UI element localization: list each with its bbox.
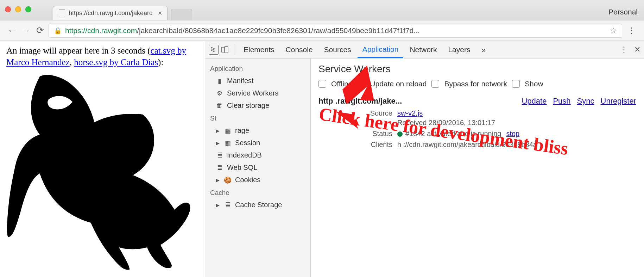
sidebar-group-storage: St bbox=[205, 112, 310, 124]
tab-title: https://cdn.rawgit.com/jakearc bbox=[69, 10, 152, 17]
svg-marker-3 bbox=[335, 111, 358, 129]
devtools-tab-layers[interactable]: Layers bbox=[443, 42, 475, 57]
database-icon: ≣ bbox=[216, 164, 223, 172]
address-bar[interactable]: 🔒 https://cdn.rawgit.com/jakearchibald/8… bbox=[49, 24, 622, 38]
window-titlebar: https://cdn.rawgit.com/jakearc × Persona… bbox=[0, 0, 644, 20]
sidebar-item-cache-storage[interactable]: ▶≣Cache Storage bbox=[205, 199, 310, 211]
browser-tab-active[interactable]: https://cdn.rawgit.com/jakearc × bbox=[53, 6, 168, 20]
browser-toolbar: ← → ⟳ 🔒 https://cdn.rawgit.com/jakearchi… bbox=[0, 20, 644, 41]
expand-icon: ▶ bbox=[216, 177, 220, 183]
sidebar-item-indexeddb[interactable]: ≣IndexedDB bbox=[205, 149, 310, 161]
content-area: An image will appear here in 3 seconds (… bbox=[0, 41, 644, 277]
devtools-body: Application ▮Manifest ⚙Service Workers 🗑… bbox=[205, 59, 644, 277]
service-workers-panel: Service Workers Offline ✓ Update on relo… bbox=[311, 59, 644, 277]
checkbox-bypass-for-network[interactable] bbox=[431, 80, 439, 88]
grid-icon: ▦ bbox=[224, 127, 232, 135]
back-button[interactable]: ← bbox=[6, 25, 18, 36]
forward-button: → bbox=[20, 25, 32, 36]
panel-title: Service Workers bbox=[318, 63, 636, 75]
devtools-tab-overflow[interactable]: » bbox=[476, 42, 491, 57]
text-clients: h ://cdn.rawgit.com/jakearchibald/80368b… bbox=[397, 141, 537, 149]
label-clients: Clients bbox=[364, 141, 392, 149]
url-display: https://cdn.rawgit.com/jakearchibald/803… bbox=[65, 26, 420, 35]
application-sidebar: Application ▮Manifest ⚙Service Workers 🗑… bbox=[205, 59, 311, 277]
devtools-tab-application[interactable]: Application bbox=[358, 42, 404, 58]
sidebar-item-clear-storage[interactable]: 🗑Clear storage bbox=[205, 99, 310, 112]
file-icon: ▮ bbox=[216, 77, 223, 85]
sidebar-item-service-workers[interactable]: ⚙Service Workers bbox=[205, 87, 310, 99]
sidebar-group-application: Application bbox=[205, 62, 310, 75]
svg-rect-1 bbox=[225, 47, 228, 53]
page-sep: , bbox=[70, 57, 74, 67]
sidebar-item-cookies[interactable]: ▶🍪Cookies bbox=[205, 174, 310, 186]
file-icon bbox=[59, 10, 65, 17]
link-update[interactable]: Update bbox=[522, 97, 547, 106]
close-window-button[interactable] bbox=[5, 6, 11, 12]
sidebar-item-manifest[interactable]: ▮Manifest bbox=[205, 75, 310, 87]
label-bypass: Bypass for network bbox=[444, 80, 507, 88]
page-text-before: An image will appear here in 3 seconds ( bbox=[6, 46, 151, 55]
page-text-after: ): bbox=[158, 57, 163, 67]
sidebar-group-cache: Cache bbox=[205, 186, 310, 199]
sw-registration-row: http .rawgit.com/jake... Update Push Syn… bbox=[318, 97, 636, 106]
link-push[interactable]: Push bbox=[553, 97, 570, 106]
label-status: Status bbox=[364, 130, 392, 138]
sw-status-row: Status #1842 activated and is running st… bbox=[364, 130, 636, 138]
expand-icon: ▶ bbox=[216, 202, 220, 208]
link-stop[interactable]: stop bbox=[506, 130, 519, 138]
chrome-menu-button[interactable]: ⋮ bbox=[625, 26, 638, 36]
devtools-tab-console[interactable]: Console bbox=[281, 42, 318, 57]
label-source: Source bbox=[364, 109, 392, 117]
devtools: Elements Console Sources Application Net… bbox=[205, 41, 644, 277]
browser-tab-ghost[interactable] bbox=[171, 9, 192, 20]
link-source-file[interactable]: sw-v2.js bbox=[397, 109, 423, 117]
horse-image bbox=[6, 69, 198, 273]
cookie-icon: 🍪 bbox=[224, 176, 232, 184]
sw-clients-row: Clients h ://cdn.rawgit.com/jakearchibal… bbox=[364, 141, 636, 149]
inspect-element-icon[interactable] bbox=[209, 45, 219, 55]
checkbox-show-all[interactable] bbox=[512, 80, 520, 88]
sw-received-row: Received 28/09/2016, 13:01:17 bbox=[364, 119, 636, 127]
gear-icon: ⚙ bbox=[216, 90, 223, 97]
tab-close-icon[interactable]: × bbox=[158, 9, 162, 17]
sw-origin: http .rawgit.com/jake... bbox=[318, 97, 402, 106]
url-host: ://cdn.rawgit.com bbox=[81, 26, 137, 35]
minimize-window-button[interactable] bbox=[15, 6, 21, 12]
devtools-tab-sources[interactable]: Sources bbox=[319, 42, 356, 57]
devtools-tabs: Elements Console Sources Application Net… bbox=[205, 41, 644, 59]
sidebar-item-local-storage[interactable]: ▶▦rage bbox=[205, 124, 310, 137]
device-toolbar-icon[interactable] bbox=[220, 45, 230, 55]
status-dot-icon bbox=[397, 131, 403, 137]
sidebar-item-websql[interactable]: ≣Web SQL bbox=[205, 161, 310, 174]
rendered-page: An image will appear here in 3 seconds (… bbox=[0, 41, 205, 277]
label-update-on-reload: Update on reload bbox=[370, 80, 427, 88]
devtools-tab-network[interactable]: Network bbox=[405, 42, 442, 57]
profile-label[interactable]: Personal bbox=[608, 8, 638, 16]
devtools-menu-icon[interactable]: ⋮ bbox=[620, 45, 628, 54]
label-offline: Offline bbox=[331, 80, 352, 88]
link-unregister[interactable]: Unregister bbox=[601, 97, 636, 106]
checkbox-update-on-reload[interactable]: ✓ bbox=[357, 80, 365, 88]
bookmark-star-icon[interactable]: ☆ bbox=[610, 26, 617, 35]
devtools-close-icon[interactable]: ✕ bbox=[634, 45, 640, 54]
browser-tabstrip: https://cdn.rawgit.com/jakearc × bbox=[53, 0, 192, 20]
expand-icon: ▶ bbox=[216, 128, 220, 134]
sidebar-item-session-storage[interactable]: ▶▦Session bbox=[205, 137, 310, 149]
reload-button[interactable]: ⟳ bbox=[34, 25, 46, 36]
devtools-tab-elements[interactable]: Elements bbox=[239, 42, 279, 57]
sw-source-row: Source sw-v2.js bbox=[364, 109, 636, 117]
label-show: Show bbox=[525, 80, 543, 88]
traffic-lights bbox=[5, 6, 31, 12]
database-icon: ≣ bbox=[216, 152, 223, 159]
link-sync[interactable]: Sync bbox=[577, 97, 594, 106]
grid-icon: ▦ bbox=[224, 139, 232, 147]
checkbox-offline[interactable] bbox=[318, 80, 326, 88]
link-horse-svg[interactable]: horse.svg by Carla Dias bbox=[74, 57, 158, 67]
lock-icon: 🔒 bbox=[54, 27, 62, 35]
url-path: /jakearchibald/80368b84ac1ae8e229fc90b3f… bbox=[137, 26, 419, 35]
maximize-window-button[interactable] bbox=[25, 6, 31, 12]
annotation-overlay: Click here for development bliss bbox=[311, 59, 644, 277]
expand-icon: ▶ bbox=[216, 140, 220, 146]
text-received: Received 28/09/2016, 13:01:17 bbox=[397, 119, 495, 127]
url-scheme: https bbox=[65, 26, 81, 35]
